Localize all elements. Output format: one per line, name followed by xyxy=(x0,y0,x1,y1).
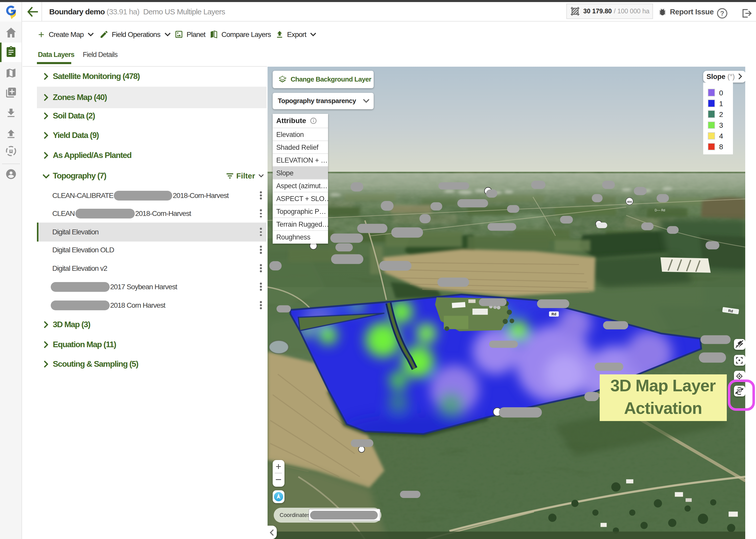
svg-text:Rd: Rd xyxy=(551,312,556,316)
svg-text:404: 404 xyxy=(627,200,632,203)
svg-text:?: ? xyxy=(720,10,724,17)
svg-text:D–– Rd: D–– Rd xyxy=(654,208,665,212)
svg-text:Rd: Rd xyxy=(728,308,733,313)
